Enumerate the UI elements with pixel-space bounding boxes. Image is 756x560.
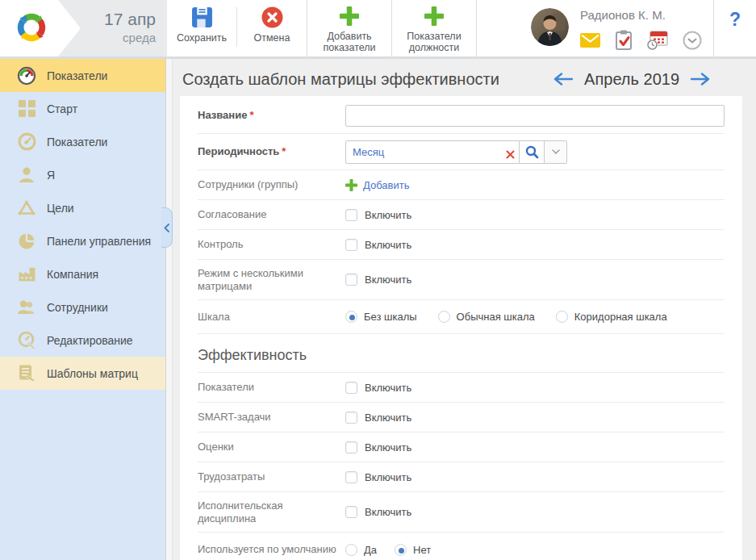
discipline-label: Исполнительская дисциплина bbox=[198, 499, 345, 525]
add-indicators-label: Добавить показатели bbox=[315, 31, 383, 53]
enable-label: Включить bbox=[365, 239, 411, 251]
enable-label: Включить bbox=[365, 471, 411, 483]
logo-zone: 17 апр среда bbox=[0, 0, 167, 56]
title-row: Создать шаблон матрицы эффективности Апр… bbox=[173, 59, 756, 96]
save-button[interactable]: Сохранить bbox=[167, 0, 236, 56]
smart-checkbox[interactable] bbox=[345, 412, 357, 424]
sidebar-item-editing[interactable]: Редактирование bbox=[0, 324, 165, 357]
user-avatar[interactable] bbox=[531, 8, 569, 46]
month-navigation: Апрель 2019 bbox=[551, 70, 712, 89]
search-icon bbox=[525, 145, 539, 159]
mail-icon[interactable] bbox=[580, 33, 600, 48]
position-indicators-label: Показатели должности bbox=[400, 31, 468, 53]
default-option-label: Нет bbox=[413, 544, 431, 556]
grades-checkbox[interactable] bbox=[345, 441, 357, 453]
scale-radio-no-scale[interactable] bbox=[345, 311, 357, 323]
form-row-name: Название* bbox=[198, 98, 725, 134]
multi-matrix-label: Режим с несколькими матрицами bbox=[198, 267, 345, 293]
person-icon bbox=[17, 165, 36, 185]
form-row-scale: Шкала Без шкалы Обычная шкала Коридорная… bbox=[198, 300, 725, 334]
form-row-discipline: Исполнительская дисциплина Включить bbox=[198, 492, 725, 533]
people-icon bbox=[17, 298, 36, 317]
factory-icon bbox=[17, 265, 36, 284]
collapse-sidebar-button[interactable] bbox=[161, 207, 173, 248]
sidebar-item-matrix-templates[interactable]: Шаблоны матриц bbox=[0, 357, 165, 390]
edit-gauge-icon bbox=[17, 331, 36, 350]
cancel-button[interactable]: Отмена bbox=[237, 0, 307, 56]
app-logo-icon bbox=[13, 9, 50, 46]
multi-matrix-checkbox[interactable] bbox=[345, 274, 357, 286]
clear-icon[interactable] bbox=[506, 148, 515, 162]
default-radio-no[interactable] bbox=[395, 544, 407, 556]
toolbar-separator bbox=[476, 0, 477, 56]
default-option-label: Да bbox=[364, 544, 377, 556]
period-label: Апрель 2019 bbox=[584, 70, 679, 89]
scale-radio-normal-scale[interactable] bbox=[438, 311, 450, 323]
help-zone: ? bbox=[714, 0, 756, 56]
labor-label: Трудозатраты bbox=[198, 470, 345, 483]
next-month-arrow[interactable] bbox=[689, 71, 712, 87]
grid-icon bbox=[17, 99, 36, 119]
required-asterisk: * bbox=[249, 109, 253, 121]
save-label: Сохранить bbox=[177, 32, 227, 44]
prev-month-arrow[interactable] bbox=[551, 71, 574, 87]
periodicity-dropdown-button[interactable] bbox=[545, 140, 567, 164]
sidebar-item-label: Шаблоны матриц bbox=[47, 367, 138, 380]
help-button[interactable]: ? bbox=[729, 10, 741, 29]
control-checkbox[interactable] bbox=[345, 239, 357, 251]
toolbar: Сохранить Отмена bbox=[167, 0, 756, 56]
form-row-grades: Оценки Включить bbox=[198, 433, 725, 462]
scale-option-label: Без шкалы bbox=[364, 311, 417, 323]
user-name: Радионов К. М. bbox=[580, 8, 702, 23]
user-icons bbox=[580, 30, 702, 50]
chevron-down-circle-icon[interactable] bbox=[683, 31, 702, 50]
sidebar-item-indicators-active[interactable]: Показатели bbox=[0, 59, 165, 92]
sidebar-item-label: Цели bbox=[47, 202, 74, 215]
gauge-icon bbox=[17, 132, 36, 152]
employees-label: Сотрудники (группы) bbox=[198, 178, 345, 191]
main-content: Создать шаблон матрицы эффективности Апр… bbox=[173, 59, 756, 560]
sidebar-item-dashboards[interactable]: Панели управления bbox=[0, 224, 165, 257]
chevron-down-icon bbox=[552, 149, 560, 154]
name-input[interactable] bbox=[345, 105, 725, 127]
enable-label: Включить bbox=[365, 506, 411, 518]
sidebar-item-goals[interactable]: Цели bbox=[0, 191, 165, 224]
indicators-checkbox[interactable] bbox=[345, 382, 357, 394]
sidebar-item-employees[interactable]: Сотрудники bbox=[0, 290, 165, 324]
sidebar-item-label: Показатели bbox=[47, 69, 107, 82]
user-column: Радионов К. М. bbox=[580, 8, 702, 50]
calendar-clock-icon[interactable] bbox=[647, 31, 668, 50]
user-block: Радионов К. М. bbox=[518, 0, 713, 56]
sidebar-item-label: Старт bbox=[47, 102, 77, 115]
discipline-checkbox[interactable] bbox=[345, 506, 357, 518]
form-row-smart: SMART-задачи Включить bbox=[198, 403, 725, 433]
sidebar-divider bbox=[165, 59, 173, 560]
plus-icon bbox=[345, 179, 357, 191]
scale-radio-corridor-scale[interactable] bbox=[556, 311, 568, 323]
sidebar-item-indicators[interactable]: Показатели bbox=[0, 125, 165, 158]
search-button[interactable] bbox=[520, 140, 545, 164]
date-weekday: среда bbox=[104, 30, 156, 45]
periodicity-input[interactable] bbox=[346, 146, 519, 158]
sidebar-item-label: Редактирование bbox=[47, 334, 133, 347]
tasks-clipboard-icon[interactable] bbox=[615, 30, 633, 50]
sidebar-item-start[interactable]: Старт bbox=[0, 92, 165, 125]
plus-icon bbox=[340, 6, 359, 27]
sidebar-item-me[interactable]: Я bbox=[0, 158, 165, 191]
default-radio-yes[interactable] bbox=[345, 544, 357, 556]
sidebar-item-company[interactable]: Компания bbox=[0, 257, 165, 290]
add-indicators-button[interactable]: Добавить показатели bbox=[307, 0, 391, 56]
approval-checkbox[interactable] bbox=[345, 209, 357, 221]
matrix-template-icon bbox=[17, 364, 36, 383]
sidebar-item-label: Я bbox=[47, 169, 55, 182]
labor-checkbox[interactable] bbox=[345, 471, 357, 483]
form-row-periodicity: Периодичность* bbox=[198, 134, 725, 170]
approval-label: Согласование bbox=[198, 208, 345, 221]
sidebar-item-label: Компания bbox=[47, 268, 98, 281]
indicators-label: Показатели bbox=[198, 381, 345, 394]
form-row-approval: Согласование Включить bbox=[198, 200, 725, 230]
enable-label: Включить bbox=[365, 382, 411, 394]
sidebar-item-label: Показатели bbox=[47, 136, 107, 148]
add-employees-link[interactable]: Добавить bbox=[345, 179, 409, 191]
position-indicators-button[interactable]: Показатели должности bbox=[392, 0, 476, 56]
